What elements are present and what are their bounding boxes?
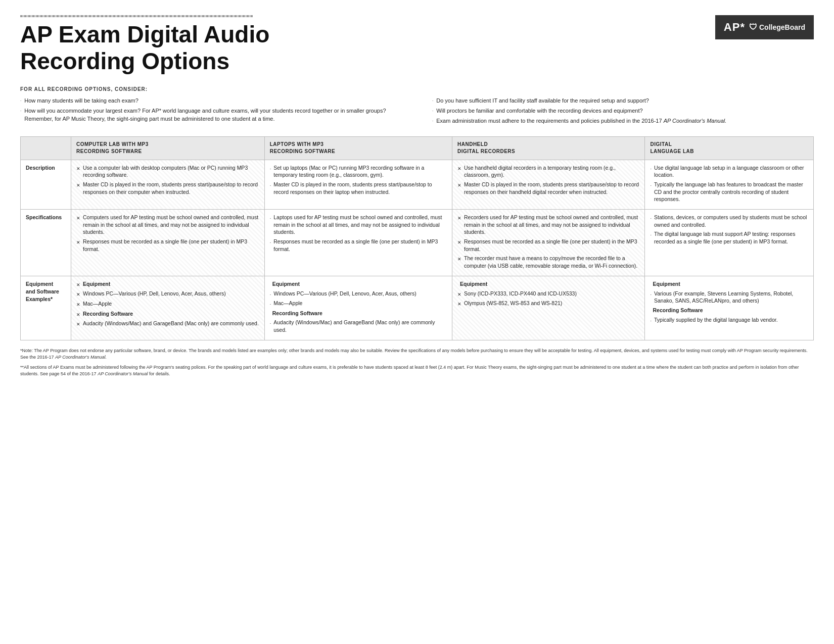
list-item: ✕Use a computer lab with desktop compute… xyxy=(76,164,259,179)
cell-equip-laptops: Equipment ·Windows PC—Various (HP, Dell,… xyxy=(264,276,452,340)
cell-equip-digital-lab: Equipment ·Various (For example, Stevens… xyxy=(645,276,814,340)
list-item: ·Laptops used for AP testing must be sch… xyxy=(270,214,447,236)
top-bar: AP Exam Digital Audio Recording Options … xyxy=(20,15,814,77)
th-computer-lab: COMPUTER LAB WITH MP3RECORDING SOFTWARE xyxy=(71,136,265,160)
decorative-line xyxy=(20,15,253,17)
bullet-icon: ✕ xyxy=(457,291,461,298)
bullet-icon: ✕ xyxy=(76,182,80,195)
list-item: ·Use digital language lab setup in a lan… xyxy=(650,164,808,179)
list-item: ✕Use handheld digital recorders in a tem… xyxy=(457,164,639,179)
list-item: ·Stations, devices, or computers used by… xyxy=(650,214,808,228)
bullet-icon: ✕ xyxy=(457,166,461,179)
table-row-equipment: Equipment and Software Examples* ✕Equipm… xyxy=(21,276,814,340)
footnote-2: **All sections of AP Exams must be admin… xyxy=(20,364,814,378)
list-item: Recording Software xyxy=(650,307,808,314)
bullet-icon: · xyxy=(270,166,271,179)
list-item: ·Set up laptops (Mac or PC) running MP3 … xyxy=(270,164,447,179)
cell-spec-digital-lab: ·Stations, devices, or computers used by… xyxy=(645,210,814,276)
footnotes: *Note: The AP Program does not endorse a… xyxy=(20,348,814,378)
bullet-dot: · xyxy=(432,108,433,115)
list-item: ✕The recorder must have a means to copy/… xyxy=(457,255,639,269)
list-item: ·Typically supplied by the digital langu… xyxy=(650,316,808,324)
list-item: Equipment xyxy=(650,280,808,288)
list-item: ✕Audacity (Windows/Mac) and GarageBand (… xyxy=(76,320,259,328)
bullet-icon: ✕ xyxy=(76,321,80,328)
bullet-dot: · xyxy=(432,98,433,105)
list-item: ✕Recorders used for AP testing must be s… xyxy=(457,214,639,236)
bullet-left-2: · How will you accommodate your largest … xyxy=(20,106,402,124)
list-item: Recording Software xyxy=(270,310,447,317)
header-left: AP Exam Digital Audio Recording Options xyxy=(20,15,715,77)
bullet-icon: ✕ xyxy=(457,182,461,195)
list-item: ✕Sony (ICD-PX333, ICD-PX440 and ICD-UX53… xyxy=(457,290,639,298)
intro-bullets: · How many students will be taking each … xyxy=(20,96,814,126)
list-item: ✕Master CD is played in the room, studen… xyxy=(457,181,639,195)
list-item: Equipment xyxy=(270,280,447,288)
consider-label: FOR ALL RECORDING OPTIONS, CONSIDER: xyxy=(20,86,814,92)
list-item: ✕Mac—Apple xyxy=(76,300,259,308)
ap-logo: AP* xyxy=(724,21,745,34)
collegeboard-logo: 🛡 CollegeBoard xyxy=(749,23,805,32)
list-item: ✕Responses must be recorded as a single … xyxy=(457,238,639,253)
bullet-icon: · xyxy=(650,182,652,203)
bullet-icon: · xyxy=(270,301,271,308)
row-label-specifications: Specifications xyxy=(21,210,71,276)
th-handheld: HANDHELDDIGITAL RECORDERS xyxy=(452,136,645,160)
bullet-icon: · xyxy=(270,215,271,236)
bullet-icon: · xyxy=(650,291,652,305)
th-digital-lab: DIGITALLANGUAGE LAB xyxy=(645,136,814,160)
bullet-icon: ✕ xyxy=(76,312,80,318)
list-item: ·Audacity (Windows/Mac) and GarageBand (… xyxy=(270,319,447,333)
bullet-dot: · xyxy=(20,108,21,123)
main-table: COMPUTER LAB WITH MP3RECORDING SOFTWARE … xyxy=(20,136,814,340)
bullet-dot: · xyxy=(432,118,433,125)
bullet-icon: · xyxy=(270,320,271,333)
bullet-icon: · xyxy=(270,239,271,253)
list-item: ·Responses must be recorded as a single … xyxy=(270,238,447,253)
list-item: ·Mac—Apple xyxy=(270,300,447,308)
bullet-icon: ✕ xyxy=(76,215,80,236)
table-header-row: COMPUTER LAB WITH MP3RECORDING SOFTWARE … xyxy=(21,136,814,160)
row-label-equipment: Equipment and Software Examples* xyxy=(21,276,71,340)
footnote-1: *Note: The AP Program does not endorse a… xyxy=(20,348,814,361)
bullet-icon: ✕ xyxy=(76,166,80,179)
bullet-right-3: · Exam administration must adhere to the… xyxy=(432,116,814,126)
bullet-icon: ✕ xyxy=(457,256,461,269)
list-item: ✕Computers used for AP testing must be s… xyxy=(76,214,259,236)
cell-spec-laptops: ·Laptops used for AP testing must be sch… xyxy=(264,210,452,276)
list-item: ✕Recording Software xyxy=(76,310,259,318)
bullet-icon: ✕ xyxy=(76,282,80,288)
bullets-right: · Do you have sufficient IT and facility… xyxy=(432,96,814,126)
th-empty xyxy=(21,136,71,160)
cell-equip-handheld: Equipment ✕Sony (ICD-PX333, ICD-PX440 an… xyxy=(452,276,645,340)
list-item: ✕Responses must be recorded as a single … xyxy=(76,238,259,253)
list-item: ✕Equipment xyxy=(76,280,259,288)
list-item: ·Various (For example, Stevens Learning … xyxy=(650,290,808,305)
list-item: ·Master CD is played in the room, studen… xyxy=(270,181,447,195)
bullet-icon: · xyxy=(270,291,271,298)
list-item: ✕Windows PC—Various (HP, Dell, Lenovo, A… xyxy=(76,290,259,298)
cell-desc-handheld: ✕Use handheld digital recorders in a tem… xyxy=(452,160,645,209)
bullet-icon: · xyxy=(650,318,652,324)
bullet-icon: ✕ xyxy=(76,291,80,298)
row-label-description: Description xyxy=(21,160,71,209)
bullet-icon: · xyxy=(270,182,271,195)
bullet-icon: · xyxy=(650,166,652,179)
bullet-icon: · xyxy=(650,215,652,228)
cell-desc-digital-lab: ·Use digital language lab setup in a lan… xyxy=(645,160,814,209)
bullet-icon: ✕ xyxy=(457,239,461,253)
list-item: ·The digital language lab must support A… xyxy=(650,230,808,245)
cell-spec-computer: ✕Computers used for AP testing must be s… xyxy=(71,210,265,276)
bullet-left-1: · How many students will be taking each … xyxy=(20,96,402,106)
bullet-right-2: · Will proctors be familiar and comforta… xyxy=(432,106,814,116)
cell-equip-computer: ✕Equipment ✕Windows PC—Various (HP, Dell… xyxy=(71,276,265,340)
shield-icon: 🛡 xyxy=(749,23,757,32)
bullets-left: · How many students will be taking each … xyxy=(20,96,402,126)
bullet-icon: ✕ xyxy=(76,239,80,253)
list-item: ·Windows PC—Various (HP, Dell, Lenovo, A… xyxy=(270,290,447,298)
cell-desc-laptops: ·Set up laptops (Mac or PC) running MP3 … xyxy=(264,160,452,209)
table-row-specifications: Specifications ✕Computers used for AP te… xyxy=(21,210,814,276)
list-item: ·Typically the language lab has features… xyxy=(650,181,808,203)
bullet-right-1: · Do you have sufficient IT and facility… xyxy=(432,96,814,106)
cell-spec-handheld: ✕Recorders used for AP testing must be s… xyxy=(452,210,645,276)
